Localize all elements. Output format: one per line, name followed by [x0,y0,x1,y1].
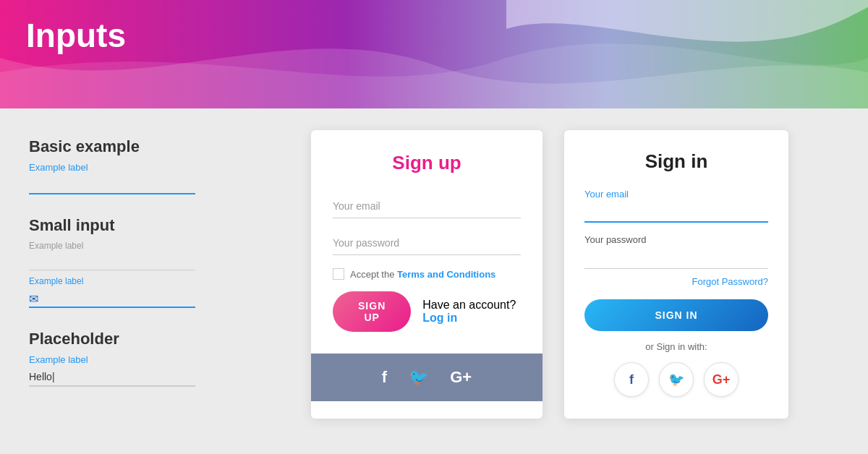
signin-facebook-button[interactable]: f [614,362,649,397]
small-input-with-icon-field[interactable] [43,291,195,307]
placeholder-title: Placeholder [29,330,231,348]
basic-example-title: Basic example [29,137,231,156]
accept-terms-text: Accept the Terms and Conditions [350,269,495,280]
small-input-label1: Example label [29,241,231,251]
signup-card-footer: f 🐦 G+ [311,354,542,401]
signup-card: Sign up Accept the Terms and Conditions … [311,130,542,419]
signin-google-button[interactable]: G+ [704,362,739,397]
signup-google-icon[interactable]: G+ [450,368,472,387]
signup-button[interactable]: SIGN UP [333,291,411,332]
page-title: Inputs [26,16,126,55]
small-input-icon-wrapper: ✉ [29,291,195,308]
signin-title: Sign in [584,150,768,173]
placeholder-label: Example label [29,354,231,365]
signin-email-input[interactable] [584,201,768,223]
basic-example-section: Basic example Example label [29,137,231,194]
signin-card: Sign in Your email Your password Forgot … [564,130,788,419]
google-icon: G+ [712,372,731,387]
terms-checkbox-row: Accept the Terms and Conditions [333,268,521,280]
signup-facebook-icon[interactable]: f [382,368,387,387]
signup-password-field [333,231,521,255]
left-panel: Basic example Example label Small input … [29,123,231,387]
signin-password-input[interactable] [584,248,768,269]
signin-password-label: Your password [584,234,768,245]
signin-email-group: Your email [584,189,768,234]
twitter-icon: 🐦 [668,372,684,387]
signin-card-body: Sign in Your email Your password Forgot … [564,130,788,419]
signup-title: Sign up [333,152,521,174]
small-input-title: Small input [29,216,231,235]
signin-social-row: f 🐦 G+ [584,362,768,397]
facebook-icon: f [629,372,634,387]
placeholder-section: Placeholder Example label [29,330,231,387]
terms-checkbox[interactable] [333,268,344,280]
signup-email-input[interactable] [333,194,521,218]
content-area: Basic example Example label Small input … [0,108,868,454]
forgot-password-row: Forgot Password? [584,275,768,288]
signup-email-field [333,194,521,218]
signin-button[interactable]: SIGN IN [584,299,768,331]
signup-password-input[interactable] [333,231,521,255]
signup-twitter-icon[interactable]: 🐦 [409,368,428,387]
terms-link[interactable]: Terms and Conditions [397,269,495,280]
have-account-text: Have an account? Log in [422,299,521,325]
signup-button-row: SIGN UP Have an account? Log in [333,291,521,332]
small-input-label2: Example label [29,276,231,286]
forgot-password-link[interactable]: Forgot Password? [692,276,769,287]
email-icon: ✉ [29,292,38,306]
signin-twitter-button[interactable]: 🐦 [659,362,694,397]
basic-example-label: Example label [29,162,231,173]
small-input-section: Small input Example label Example label … [29,216,231,308]
signup-card-body: Sign up Accept the Terms and Conditions … [311,130,542,354]
cards-area: Sign up Accept the Terms and Conditions … [260,123,839,419]
or-signin-text: or Sign in with: [584,341,768,352]
login-link[interactable]: Log in [422,312,457,324]
small-input-field[interactable] [29,254,195,270]
signin-password-group: Your password [584,234,768,269]
basic-example-input[interactable] [29,176,195,194]
placeholder-input[interactable] [29,368,195,387]
wave-header [0,0,868,116]
signin-email-label: Your email [584,189,768,200]
